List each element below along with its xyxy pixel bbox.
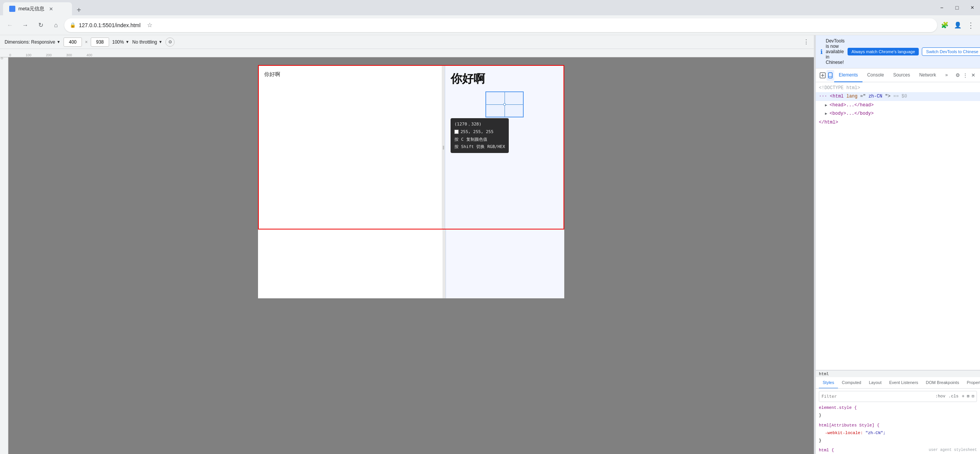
bottom-tab-event-listeners[interactable]: Event Listeners <box>885 377 922 389</box>
throttle-arrow: ▼ <box>158 40 162 44</box>
dimensions-control[interactable]: Dimensions: Responsive ▼ <box>5 39 60 45</box>
page-canvas: 你好啊 ‖ 你好啊 <box>8 57 814 454</box>
color-picker-tooltip: (1270，328) 255, 255, 255 按 C 复制颜色值 <box>451 118 509 153</box>
device-toggle-button[interactable] <box>826 70 834 81</box>
html-node-line[interactable]: ··· <html lang =" zh-CN "> == $0 <box>816 92 980 101</box>
resize-handle[interactable]: ‖ <box>442 66 445 229</box>
switch-chinese-button[interactable]: Switch DevTools to Chinese <box>922 47 980 56</box>
always-match-button[interactable]: Always match Chrome's language <box>848 48 919 55</box>
devtools-notification: ℹ DevTools is now available in Chinese! … <box>816 35 980 68</box>
html-attr-prop: -webkit-locale: <box>819 431 863 435</box>
doctype-text: <!DOCTYPE html> <box>819 85 860 91</box>
back-button[interactable]: ← <box>3 18 17 32</box>
tab-sources[interactable]: Sources <box>889 68 915 82</box>
color-row: 255, 255, 255 <box>454 128 505 136</box>
inspect-icon <box>820 72 826 78</box>
new-tab-button[interactable]: + <box>74 5 84 15</box>
ruler-row: 0 你好啊 <box>0 57 814 454</box>
maximize-button[interactable]: □ <box>949 0 965 15</box>
tab-close-icon[interactable]: ✕ <box>49 6 53 12</box>
html-tag-close: "> <box>885 94 890 99</box>
devtools-more-button[interactable]: ⋮ <box>962 70 969 81</box>
body-node-line[interactable]: ▶ <body>...</body> <box>816 109 980 118</box>
hint-shift-text: 按 Shift 切换 RGB/HEX <box>454 144 505 149</box>
browser-viewport: Dimensions: Responsive ▼ × 100% ▼ No thr… <box>0 35 814 454</box>
svg-rect-3 <box>828 73 832 78</box>
html-tag: <html <box>830 94 846 99</box>
nav-bar: ← → ↻ ⌂ 🔒 127.0.0.1:5501/index.html ☆ 🧩 … <box>0 15 980 35</box>
tab-bar: meta元信息 ✕ + − □ ✕ <box>0 0 980 15</box>
device-toolbar: Dimensions: Responsive ▼ × 100% ▼ No thr… <box>0 35 814 49</box>
styles-filter-bar: :hov .cls + ⊞ ⊟ <box>819 391 977 402</box>
breadcrumb-bar: html <box>816 370 980 377</box>
below-left <box>258 229 443 298</box>
throttle-control[interactable]: No throttling ▼ <box>132 39 163 45</box>
bookmark-button[interactable]: ☆ <box>144 19 156 31</box>
ruler-left: 0 <box>0 57 8 454</box>
forward-button[interactable]: → <box>18 18 32 32</box>
browser-frame: meta元信息 ✕ + − □ ✕ ← → ↻ ⌂ 🔒 127.0.0.1:55… <box>0 0 980 454</box>
ua-source: user agent stylesheet <box>929 447 977 454</box>
crosshair-center <box>503 103 506 106</box>
tabs-container: meta元信息 ✕ + <box>0 0 934 15</box>
devtools-panel: ℹ DevTools is now available in Chinese! … <box>815 35 980 454</box>
head-node-line[interactable]: ▶ <head>...</head> <box>816 101 980 109</box>
bottom-tab-layout[interactable]: Layout <box>865 377 885 389</box>
bottom-tab-computed[interactable]: Computed <box>838 377 865 389</box>
window-controls: − □ ✕ <box>934 0 980 15</box>
html-attr-lang: lang <box>846 94 858 99</box>
page-heading-large: 你好啊 <box>451 71 558 87</box>
main-area: Dimensions: Responsive ▼ × 100% ▼ No thr… <box>0 35 980 454</box>
html-equals: == $0 <box>893 94 907 99</box>
html-ua-rule: html { user agent stylesheet } <box>819 447 977 454</box>
home-button[interactable]: ⌂ <box>49 18 63 32</box>
device-options-button[interactable]: ⊙ <box>165 37 175 47</box>
style-icon2[interactable]: ⊞ <box>967 393 970 400</box>
tab-network[interactable]: Network <box>915 68 941 82</box>
cls-button[interactable]: .cls <box>949 393 959 400</box>
tab-more[interactable]: » <box>941 68 952 82</box>
tab-elements[interactable]: Elements <box>834 68 862 82</box>
bottom-tab-styles[interactable]: Styles <box>819 377 838 389</box>
page-left-panel: 你好啊 <box>259 66 442 229</box>
responsive-viewport: 你好啊 ‖ 你好啊 <box>258 65 564 229</box>
devtools-close-button[interactable]: ✕ <box>969 70 977 81</box>
notification-text: DevTools is now available in Chinese! <box>826 38 844 65</box>
color-picker-area: (1270，328) 255, 255, 255 按 C 复制颜色值 <box>451 91 558 153</box>
address-bar[interactable]: 🔒 127.0.0.1:5501/index.html ☆ <box>64 18 937 32</box>
styles-filter-input[interactable] <box>822 394 934 399</box>
color-rgb-text: 255, 255, 255 <box>461 128 493 136</box>
chrome-menu-button[interactable]: ⋮ <box>965 19 977 31</box>
bottom-tab-dom-breakpoints[interactable]: DOM Breakpoints <box>922 377 963 389</box>
element-style-selector: element.style { <box>819 405 857 410</box>
inspect-element-button[interactable] <box>819 70 826 81</box>
bottom-tab-bar: Styles Computed Layout Event Listeners D… <box>816 377 980 389</box>
add-style-icon[interactable]: + <box>962 392 965 401</box>
html-close-tag: </html> <box>819 120 838 125</box>
hint-c-row: 按 C 复制颜色值 <box>454 136 505 143</box>
width-input[interactable] <box>64 37 82 47</box>
hint-c-text: 按 C 复制颜色值 <box>454 137 487 142</box>
lock-icon: 🔒 <box>70 22 76 28</box>
extensions-button[interactable]: 🧩 <box>939 19 951 31</box>
sim-outer: 你好啊 ‖ 你好啊 <box>258 65 564 446</box>
zoom-arrow: ▼ <box>126 40 129 44</box>
devtools-options[interactable]: ⋮ <box>803 38 809 46</box>
device-icon <box>827 72 833 78</box>
body-tag: <body>...</body> <box>830 111 874 116</box>
height-input[interactable] <box>91 37 109 47</box>
devtools-settings-button[interactable]: ⚙ <box>954 70 962 81</box>
reload-button[interactable]: ↻ <box>34 18 47 32</box>
active-tab[interactable]: meta元信息 ✕ <box>3 2 72 15</box>
below-divider <box>443 229 446 298</box>
tab-console[interactable]: Console <box>862 68 889 82</box>
style-icon3[interactable]: ⊟ <box>972 393 974 400</box>
profile-button[interactable]: 👤 <box>952 19 964 31</box>
close-window-button[interactable]: ✕ <box>965 0 980 15</box>
bottom-tab-properties[interactable]: Properties <box>963 377 980 389</box>
html-attr-val: "zh-CN"; <box>866 431 886 435</box>
hov-button[interactable]: :hov <box>935 393 945 400</box>
minimize-button[interactable]: − <box>934 0 949 15</box>
page-text-small: 你好啊 <box>264 71 280 77</box>
zoom-control[interactable]: 100% ▼ <box>112 39 129 45</box>
